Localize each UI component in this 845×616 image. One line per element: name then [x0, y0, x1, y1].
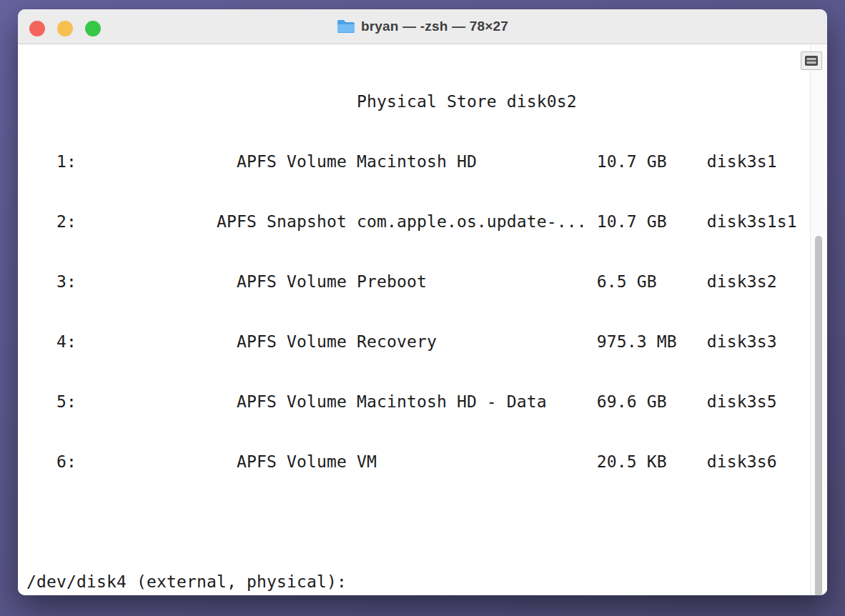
folder-icon[interactable] — [337, 19, 355, 34]
terminal-line: /dev/disk4 (external, physical): — [26, 572, 810, 592]
marks-button[interactable] — [801, 51, 822, 70]
minimize-button[interactable] — [57, 21, 73, 36]
terminal-output: Physical Store disk0s2 1: APFS Volume Ma… — [18, 45, 810, 595]
terminal-line — [26, 512, 810, 532]
terminal-line: 4: APFS Volume Recovery 975.3 MB disk3s3 — [26, 332, 810, 352]
terminal-line: 1: APFS Volume Macintosh HD 10.7 GB disk… — [26, 151, 810, 172]
terminal-line: 6: APFS Volume VM 20.5 KB disk3s6 — [26, 452, 810, 472]
terminal-rows-icon — [804, 55, 819, 66]
terminal-line: Physical Store disk0s2 — [26, 91, 810, 111]
scrollbar-thumb[interactable] — [815, 236, 822, 595]
terminal-line: 3: APFS Volume Preboot 6.5 GB disk3s2 — [26, 272, 810, 292]
zoom-button[interactable] — [85, 21, 101, 36]
terminal-line: 2: APFS Snapshot com.apple.os.update-...… — [26, 212, 810, 232]
titlebar[interactable]: bryan — -zsh — 78×27 — [18, 9, 827, 44]
traffic-lights — [29, 21, 101, 36]
window-title: bryan — -zsh — 78×27 — [361, 19, 508, 34]
terminal-line: 5: APFS Volume Macintosh HD - Data 69.6 … — [26, 392, 810, 412]
desktop: { "window": { "title": "bryan — -zsh — 7… — [0, 0, 845, 616]
scrollbar-track[interactable] — [810, 45, 827, 595]
terminal-content[interactable]: Physical Store disk0s2 1: APFS Volume Ma… — [18, 45, 827, 595]
title-group: bryan — -zsh — 78×27 — [337, 19, 508, 34]
close-button[interactable] — [29, 21, 45, 36]
terminal-window: bryan — -zsh — 78×27 Physical Store disk… — [18, 9, 827, 595]
